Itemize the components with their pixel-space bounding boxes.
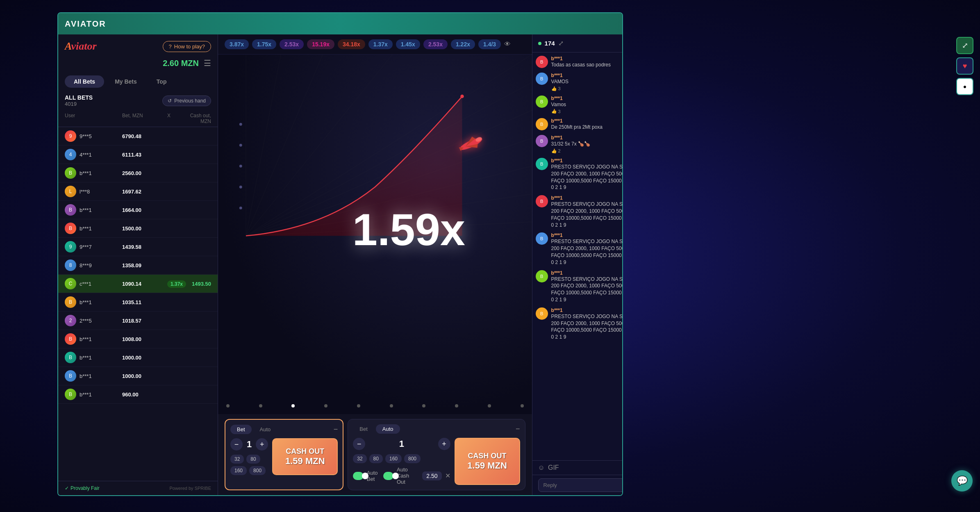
multiplier-badge-2[interactable]: 2.53x [280,39,304,49]
avatar-7: 8 [65,259,76,271]
bet-amount-3: 1697.62 [122,189,167,195]
avatar-2: B [65,167,76,179]
dot-4[interactable] [357,404,360,407]
dot-9[interactable] [521,404,524,407]
bet-panel-2-minus[interactable]: − [516,425,520,433]
multiplier-badge-9[interactable]: 1.4/3 [478,39,501,49]
multiplier-8: 1.37x [167,280,188,287]
quick-amount-80[interactable]: 80 [369,454,383,463]
quick-amount-160[interactable]: 160 [385,454,402,463]
multiplier-badge-4[interactable]: 34.18x [338,39,365,49]
quick-amount-160[interactable]: 160 [230,466,247,475]
multiplier-badge-0[interactable]: 3.87x [225,39,249,49]
balance-display: 2.60 MZN [163,59,199,68]
avatar-14: B [65,389,76,400]
user-cell-11: B b***1 [65,333,122,345]
chat-messages[interactable]: B b***1 Todas as casas sao podres B b***… [532,52,623,460]
avatar-3: L [65,186,76,197]
chat-likes-4[interactable]: 👍2 [551,148,590,154]
chat-avatar-5: B [536,158,548,170]
heart-icon-btn[interactable]: ♥ [956,57,973,75]
user-cell-4: B b***1 [65,204,122,216]
multiplier-badge-7[interactable]: 2.53x [423,39,448,49]
amount-increase-1[interactable]: + [256,438,268,451]
bet-tab-2-bet[interactable]: Bet [353,424,374,434]
chat-likes-2[interactable]: 👍3 [551,109,566,114]
tab-top[interactable]: Top [148,75,176,88]
dot-7[interactable] [455,404,458,407]
how-to-play-button[interactable]: ? How to play? [163,41,211,52]
eye-icon[interactable]: 👁 [504,41,511,48]
chat-avatar-7: B [536,232,548,245]
circle-icon-btn[interactable]: ● [956,78,973,95]
quick-amount-80[interactable]: 80 [246,455,260,464]
multiplier-badge-1[interactable]: 1.75x [252,39,276,49]
cashout-value-1: 1.59 MZN [280,456,330,466]
table-row: B b***1 1000.00 [58,367,218,385]
quick-amount-32[interactable]: 32 [230,455,244,464]
dot-1[interactable] [259,404,262,407]
bet-tab-1-auto[interactable]: Auto [253,425,277,434]
dot-6[interactable] [422,404,425,407]
chat-content-2: b***1 Vamos 👍3 [551,96,566,114]
chat-message-9: B b***1 PRESTO SERVIÇO JOGO NA SUA CONTA… [536,307,623,341]
chat-user-9: b***1 [551,307,623,313]
panel-header: Aviator ? How to play? [58,34,218,58]
quick-amount-800[interactable]: 800 [404,454,421,463]
user-cell-6: 9 9***7 [65,241,122,253]
chat-content-8: b***1 PRESTO SERVIÇO JOGO NA SUA CONTA 2… [551,270,623,303]
menu-icon[interactable]: ☰ [204,58,211,68]
gif-icon[interactable]: GIF [548,464,559,471]
auto-bet-toggle[interactable] [353,472,363,480]
previous-hand-button[interactable]: ↺ Previous hand [162,96,211,106]
online-indicator [538,42,541,45]
support-chat-button[interactable]: 💬 [951,470,973,492]
amount-decrease-1[interactable]: − [230,438,243,451]
bet-panel-1-minus[interactable]: − [334,425,338,434]
bet-amount-7: 1358.09 [122,262,167,269]
multiplier-badge-8[interactable]: 1.22x [451,39,475,49]
cashout-button-1[interactable]: CASH OUT 1.59 MZN [272,438,338,475]
tab-all-bets[interactable]: All Bets [65,75,104,88]
avatar-8: C [65,278,76,289]
quick-amount-32[interactable]: 32 [353,454,366,463]
cashout-button-2[interactable]: CASH OUT 1.59 MZN [455,438,520,485]
chat-text-7: PRESTO SERVIÇO JOGO NA SUA CONTA 200 FAÇ… [551,238,623,266]
dot-0[interactable] [226,404,230,407]
expand-chat-icon[interactable]: ⤢ [558,39,564,47]
multiplier-badge-3[interactable]: 15.19x [307,39,334,49]
avatar-11: B [65,333,76,345]
chat-avatar-6: B [536,195,548,207]
chat-likes-1[interactable]: 👍3 [551,86,568,91]
auto-close-icon[interactable]: ✕ [445,472,450,480]
multiplier-badge-6[interactable]: 1.45x [396,39,420,49]
user-cell-10: 2 2***5 [65,315,122,326]
amount-decrease-2[interactable]: − [353,438,365,450]
bet-tab-2-auto[interactable]: Auto [376,424,400,434]
emoji-icon[interactable]: ☺ [538,464,545,471]
chat-input-area [532,475,623,495]
bet-tab-1-bet[interactable]: Bet [230,425,252,434]
tab-my-bets[interactable]: My Bets [106,75,146,88]
col-user: User [65,113,122,124]
current-multiplier: 1.59x [352,203,465,255]
bet-amount-4: 1664.00 [122,207,167,213]
chat-avatar-9: B [536,307,548,320]
user-cell-1: 4 4***1 [65,149,122,160]
dot-5[interactable] [390,404,393,407]
quick-amount-800[interactable]: 800 [249,466,266,475]
svg-point-13 [239,144,242,147]
amount-increase-2[interactable]: + [438,438,450,450]
previous-hand-label: Previous hand [174,98,206,104]
expand-icon-btn[interactable]: ⤢ [956,37,973,54]
multiplier-badge-5[interactable]: 1.37x [368,39,393,49]
svg-point-12 [239,123,242,126]
bet-amount-12: 1000.00 [122,355,167,361]
chat-message-4: B b***1 31/32 5x 7x 🍗🍗 👍2 [536,135,623,154]
dot-3[interactable] [324,404,327,407]
chat-input[interactable] [538,478,623,492]
bet-amount-8: 1090.14 [122,281,167,287]
dot-2[interactable] [291,404,295,407]
dot-8[interactable] [488,404,491,407]
auto-cashout-toggle[interactable] [383,472,393,480]
